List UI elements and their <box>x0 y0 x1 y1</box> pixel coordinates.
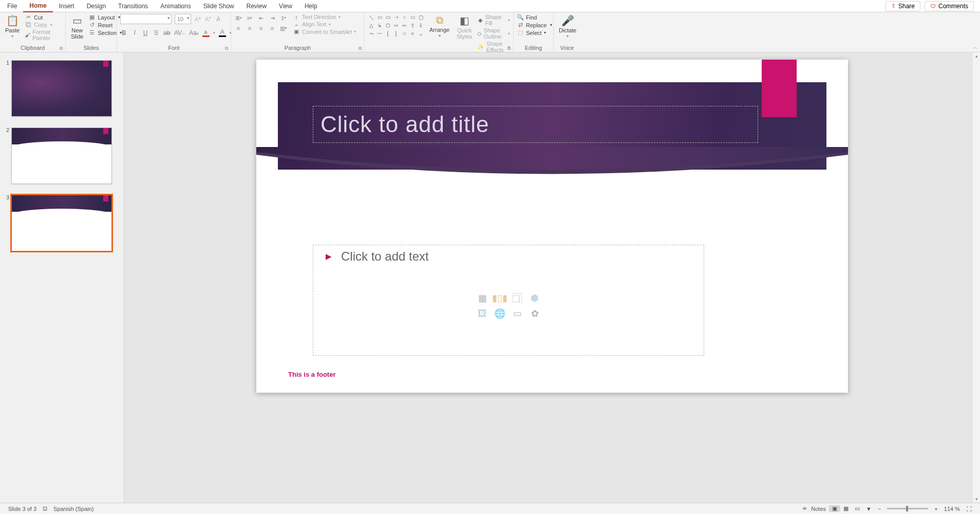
bold-button[interactable]: B <box>120 29 127 36</box>
insert-chart-icon[interactable]: ▮▯▮ <box>493 291 507 305</box>
shape-arrow-icon[interactable]: ⇦ <box>401 22 408 29</box>
title-placeholder[interactable]: Click to add title <box>313 106 758 143</box>
font-highlight-button[interactable]: ᴀ <box>202 28 210 37</box>
find-button[interactable]: 🔍Find <box>517 14 552 21</box>
tab-insert[interactable]: Insert <box>53 1 81 12</box>
shape-curve-icon[interactable]: ⤳ <box>368 30 375 38</box>
cut-button[interactable]: ✂Cut <box>25 14 62 21</box>
shape-rect-icon[interactable]: ▭ <box>384 14 391 21</box>
tab-design[interactable]: Design <box>81 1 112 12</box>
font-dialog-launcher[interactable]: ⧉ <box>224 46 229 51</box>
scroll-down-icon[interactable]: ▾ <box>975 495 978 503</box>
notes-button[interactable]: ≐Notes <box>799 505 829 512</box>
insert-video-icon[interactable]: ▭ <box>510 307 524 320</box>
insert-table-icon[interactable]: ▦ <box>475 291 489 305</box>
shape-rect-icon[interactable]: ▭ <box>409 14 416 21</box>
char-spacing-button[interactable]: AV↔ <box>174 29 185 36</box>
text-direction-button[interactable]: ↕Text Direction▾ <box>293 14 356 20</box>
convert-smartart-button[interactable]: ▣Convert to SmartArt▾ <box>293 28 356 35</box>
select-button[interactable]: ⬚Select▾ <box>517 29 552 36</box>
slide-thumbnail-3[interactable]: -- <box>11 195 112 251</box>
spellcheck-icon[interactable]: ⊡ <box>40 505 50 512</box>
status-slide-info[interactable]: Slide 3 of 3 <box>5 506 40 512</box>
zoom-slider[interactable] <box>887 508 928 509</box>
replace-button[interactable]: ⇄Replace▾ <box>517 22 552 28</box>
copy-button[interactable]: ⿻Copy▾ <box>25 22 62 28</box>
tab-help[interactable]: Help <box>298 1 324 12</box>
shape-rect-icon[interactable]: ▭ <box>376 14 383 21</box>
slide-editor[interactable]: Click to add title ▶ Click to add text ▦… <box>124 52 980 503</box>
insert-online-picture-icon[interactable]: 🌐 <box>493 307 507 320</box>
shapes-gallery[interactable]: ＼ ▭ ▭ ➝ ○ ▭ ▢ △ ↳ ⬡ ⇨ ⇦ ⇧ ⇩ ⤳ 〰 { } ☆ ✧ <box>368 14 424 38</box>
arrange-button[interactable]: ⧉Arrange▾ <box>427 14 451 39</box>
align-text-button[interactable]: ⫠Align Text▾ <box>293 21 356 27</box>
shape-arrow-icon[interactable]: ➝ <box>392 14 400 21</box>
tab-home[interactable]: Home <box>23 0 52 12</box>
insert-icon-icon[interactable]: ✿ <box>527 307 542 320</box>
bullets-button[interactable]: ≣▾ <box>234 14 242 22</box>
change-case-button[interactable]: Aa▾ <box>189 29 199 36</box>
line-spacing-button[interactable]: ‡▾ <box>279 14 288 22</box>
align-center-button[interactable]: ≡ <box>246 24 254 32</box>
justify-button[interactable]: ≡ <box>268 24 276 32</box>
tab-file[interactable]: File <box>1 1 23 12</box>
clipboard-dialog-launcher[interactable]: ⧉ <box>59 46 64 51</box>
zoom-out-button[interactable]: − <box>875 506 884 512</box>
shape-brace-icon[interactable]: } <box>392 30 400 38</box>
drawing-dialog-launcher[interactable]: ⧉ <box>506 46 512 51</box>
decrease-font-button[interactable]: A▾ <box>204 15 212 23</box>
shape-circle-icon[interactable]: ○ <box>401 14 408 21</box>
clear-formatting-button[interactable]: A̷ <box>215 15 222 23</box>
insert-picture-icon[interactable]: 🖼 <box>475 307 489 320</box>
font-name-input[interactable] <box>120 14 172 24</box>
shape-line-icon[interactable]: ＼ <box>368 14 375 21</box>
slide-thumbnail-1[interactable] <box>11 60 112 117</box>
slide-canvas[interactable]: Click to add title ▶ Click to add text ▦… <box>256 60 848 393</box>
tab-view[interactable]: View <box>273 1 298 12</box>
columns-button[interactable]: ▥▾ <box>279 24 288 32</box>
shape-triangle-icon[interactable]: △ <box>368 22 375 29</box>
share-button[interactable]: ⇪Share <box>885 1 920 11</box>
italic-button[interactable]: I <box>131 29 138 36</box>
slide-sorter-view-button[interactable]: ▦ <box>840 505 852 512</box>
paragraph-dialog-launcher[interactable]: ⧉ <box>357 46 363 51</box>
tab-animations[interactable]: Animations <box>154 1 197 12</box>
shadow-button[interactable]: S <box>153 29 160 36</box>
underline-button[interactable]: U <box>142 29 149 36</box>
shape-connector-icon[interactable]: ↳ <box>376 22 383 29</box>
thumbnail-pane[interactable]: 1 2 3 -- <box>0 52 124 503</box>
collapse-ribbon-button[interactable]: ︿ <box>973 44 978 51</box>
zoom-in-button[interactable]: + <box>931 506 940 512</box>
font-size-input[interactable] <box>175 14 191 24</box>
shape-arrow-icon[interactable]: ⇨ <box>392 22 400 29</box>
content-placeholder[interactable]: ▶ Click to add text ▦ ▮▯▮ ⿹ ⬢ 🖼 🌐 ▭ ✿ <box>313 245 704 356</box>
paste-button[interactable]: 📋 Paste ▾ <box>3 14 22 39</box>
tab-review[interactable]: Review <box>240 1 273 12</box>
zoom-level[interactable]: 114 % <box>941 506 963 512</box>
dictate-button[interactable]: 🎤Dictate▾ <box>557 14 578 39</box>
slide-thumbnail-2[interactable] <box>11 127 112 184</box>
font-color-button[interactable]: A <box>219 28 226 37</box>
chevron-down-icon[interactable]: ⌄ <box>417 30 424 38</box>
shape-star-icon[interactable]: ☆ <box>401 30 408 38</box>
status-language[interactable]: Spanish (Spain) <box>50 506 97 512</box>
shape-curve-icon[interactable]: 〰 <box>376 30 383 38</box>
new-slide-button[interactable]: ▭ New Slide <box>69 14 85 40</box>
format-painter-button[interactable]: 🖌Format Painter <box>25 29 62 41</box>
shape-outline-button[interactable]: ◇Shape Outline▾ <box>477 27 510 40</box>
scroll-up-icon[interactable]: ▴ <box>975 52 978 60</box>
shape-arrow-icon[interactable]: ⇩ <box>417 22 424 29</box>
shape-brace-icon[interactable]: { <box>384 30 391 38</box>
strikethrough-button[interactable]: ab <box>163 29 171 36</box>
shape-fill-button[interactable]: ◆Shape Fill▾ <box>477 14 510 26</box>
reading-view-button[interactable]: ▭ <box>852 505 863 512</box>
tab-transitions[interactable]: Transitions <box>112 1 154 12</box>
zoom-slider-thumb[interactable] <box>906 506 908 511</box>
align-right-button[interactable]: ≡ <box>257 24 265 32</box>
shape-arrow-icon[interactable]: ⇧ <box>409 22 416 29</box>
quick-styles-button[interactable]: ◧Quick Styles <box>455 14 474 40</box>
shape-rect-icon[interactable]: ▢ <box>417 14 424 21</box>
shape-callout-icon[interactable]: ✧ <box>409 30 416 38</box>
decrease-indent-button[interactable]: ⇤ <box>257 14 265 22</box>
slideshow-view-button[interactable]: ▼ <box>863 506 875 512</box>
